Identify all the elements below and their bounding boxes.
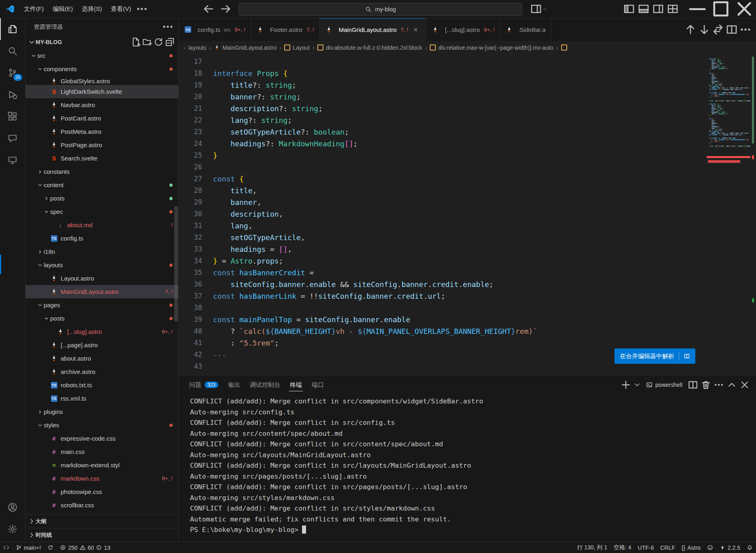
tree-item-lightdarkswitch-svelte[interactable]: SLightDarkSwitch.svelte [25, 85, 178, 98]
tree-item-maingridlayout-astro[interactable]: MainGridLayout.astro7, ! [25, 285, 178, 298]
menu-item-2[interactable]: 选择(S) [77, 3, 106, 15]
compare-changes-button[interactable] [712, 23, 724, 36]
breadcrumb-item[interactable]: layouts [188, 44, 206, 51]
menu-item-3[interactable]: 查看(V) [106, 3, 135, 15]
new-terminal-button[interactable] [620, 379, 631, 390]
new-file-button[interactable] [131, 37, 141, 47]
code-editor[interactable]: 1718interface Props {19 title?: string;2… [179, 54, 756, 375]
sidebar-scrollbar[interactable] [174, 206, 178, 321]
resolve-in-merge-editor-button[interactable]: 在合并编辑器中解析 [615, 348, 695, 364]
breadcrumb-item[interactable]: div.absolute.w-full.z-0.hidden.2xl:block [317, 44, 422, 51]
editor-tab-slug-astro[interactable]: [...slug].astro9+, ! [426, 18, 500, 41]
activitybar-account[interactable] [0, 496, 25, 518]
next-change-button[interactable] [698, 23, 711, 36]
notifications-item[interactable] [743, 542, 756, 553]
activitybar-settings[interactable] [0, 518, 25, 540]
tree-item-posts[interactable]: posts [25, 192, 178, 205]
menu-item-1[interactable]: 编辑(E) [48, 3, 77, 15]
tree-item-expressive-code-css[interactable]: #expressive-code.css [25, 432, 178, 445]
activitybar-chat[interactable] [0, 127, 25, 149]
back-button[interactable] [202, 3, 215, 15]
close-panel-button[interactable] [739, 379, 750, 390]
encoding-item[interactable]: UTF-8 [635, 542, 657, 553]
eol-item[interactable]: CRLF [657, 542, 678, 553]
activitybar-extensions[interactable] [0, 106, 25, 127]
tree-item-globalstyles-astro[interactable]: GlobalStyles.astro [25, 76, 178, 85]
new-folder-button[interactable] [142, 37, 152, 47]
activitybar-search[interactable] [0, 40, 25, 62]
sync-changes-item[interactable] [44, 542, 57, 553]
search-box[interactable]: my-blog [239, 3, 522, 16]
tree-item-main-css[interactable]: #main.css [25, 445, 178, 458]
tree-item-plugins[interactable]: plugins [25, 405, 178, 418]
tree-item-about-md[interactable]: ↓about.md! [25, 218, 178, 232]
minimap[interactable] [707, 54, 750, 375]
terminal-output[interactable]: CONFLICT (add/add): Merge conflict in sr… [179, 394, 756, 542]
toggle-secondary-sidebar-button[interactable] [652, 3, 665, 15]
tree-item-spec[interactable]: spec [25, 205, 178, 218]
forward-button[interactable] [219, 3, 232, 15]
menu-item-0[interactable]: 文件(F) [19, 3, 48, 15]
tree-item-markdown-extend-styl[interactable]: ≈markdown-extend.styl [25, 458, 178, 472]
tree-item-archive-astro[interactable]: archive.astro [25, 365, 178, 378]
tree-item-content[interactable]: content [25, 178, 178, 192]
toggle-sidebar-button[interactable] [623, 3, 636, 15]
customize-layout-button[interactable] [666, 3, 679, 15]
tree-item-posts[interactable]: posts [25, 312, 178, 325]
editor-tab-sidebar-a[interactable]: SideBar.a [500, 18, 551, 41]
remote-indicator[interactable] [0, 542, 13, 553]
timeline-section[interactable]: 时间线 [25, 528, 178, 542]
new-window-dropdown[interactable] [530, 3, 547, 15]
editor-more-actions-button[interactable] [739, 23, 752, 36]
git-branch-item[interactable]: main+! [13, 542, 44, 553]
problems-item[interactable]: 250 60 13 [57, 542, 114, 553]
toggle-panel-button[interactable] [637, 3, 650, 15]
previous-change-button[interactable] [684, 23, 697, 36]
tree-item-search-svelte[interactable]: SSearch.svelte [25, 152, 178, 165]
split-editor-button[interactable] [725, 23, 738, 36]
collapse-folders-button[interactable] [165, 37, 175, 47]
tree-item-src[interactable]: src [25, 49, 178, 62]
tree-item-layout-astro[interactable]: Layout.astro [25, 272, 178, 285]
kill-terminal-button[interactable] [700, 379, 712, 390]
tree-item-postcard-astro[interactable]: PostCard.astro [25, 112, 178, 125]
maximize-button[interactable] [709, 0, 733, 18]
tree-item-layouts[interactable]: layouts [25, 258, 178, 272]
panel-tab-2[interactable]: 调试控制台 [245, 376, 285, 394]
tree-item-page-astro[interactable]: [...page].astro [25, 338, 178, 352]
indentation-item[interactable]: 空格: 4 [610, 542, 635, 553]
editor-tab-config-ts[interactable]: TSconfig.tssrc9+, ! [179, 18, 251, 41]
split-terminal-button[interactable] [687, 379, 699, 390]
tree-item-photoswipe-css[interactable]: #photoswipe.css [25, 485, 178, 498]
copilot-item[interactable] [704, 542, 716, 553]
breadcrumb-item[interactable]: MainGridLayout.astro [214, 44, 277, 51]
tree-item-navbar-astro[interactable]: Navbar.astro [25, 98, 178, 112]
project-root-row[interactable]: MY-BLOG [25, 35, 178, 49]
extension-version-item[interactable]: 2.2.5 [716, 542, 743, 553]
activitybar-remote-explorer[interactable] [0, 149, 25, 171]
tree-item-components[interactable]: components [25, 62, 178, 76]
panel-tab-0[interactable]: 问题323 [184, 376, 223, 394]
tree-item-constants[interactable]: constants [25, 165, 178, 178]
activitybar-source-control[interactable]: 25 [0, 62, 25, 84]
tree-item-postpage-astro[interactable]: PostPage.astro [25, 138, 178, 152]
editor-tab-footer-astro[interactable]: Footer.astro7, ! [251, 18, 320, 41]
terminal-profile[interactable]: powershell [643, 382, 686, 388]
cursor-position-item[interactable]: 行 130, 列 1 [574, 542, 610, 553]
breadcrumb-item[interactable]: div.relative.max-w-[var(--page-width)].m… [430, 44, 553, 51]
outline-section[interactable]: 大纲 [25, 514, 178, 528]
tree-item-markdown-css[interactable]: #markdown.css9+, ! [25, 472, 178, 485]
tree-item-pages[interactable]: pages [25, 298, 178, 312]
terminal-dropdown-button[interactable] [633, 379, 641, 390]
menu-overflow-button[interactable] [135, 3, 148, 15]
panel-more-actions-button[interactable] [713, 379, 724, 390]
tree-item-config-ts[interactable]: TSconfig.ts [25, 232, 178, 245]
tree-item-rss-xml-ts[interactable]: TSrss.xml.ts [25, 392, 178, 405]
tree-item-postmeta-astro[interactable]: PostMeta.astro [25, 125, 178, 138]
tree-item-slug-astro[interactable]: [...slug].astro9+, ! [25, 325, 178, 338]
tree-item-about-astro[interactable]: about.astro [25, 352, 178, 365]
panel-tab-4[interactable]: 端口 [307, 376, 329, 394]
close-tab-button[interactable] [412, 25, 420, 34]
minimize-button[interactable] [686, 0, 709, 18]
close-window-button[interactable] [733, 0, 756, 18]
